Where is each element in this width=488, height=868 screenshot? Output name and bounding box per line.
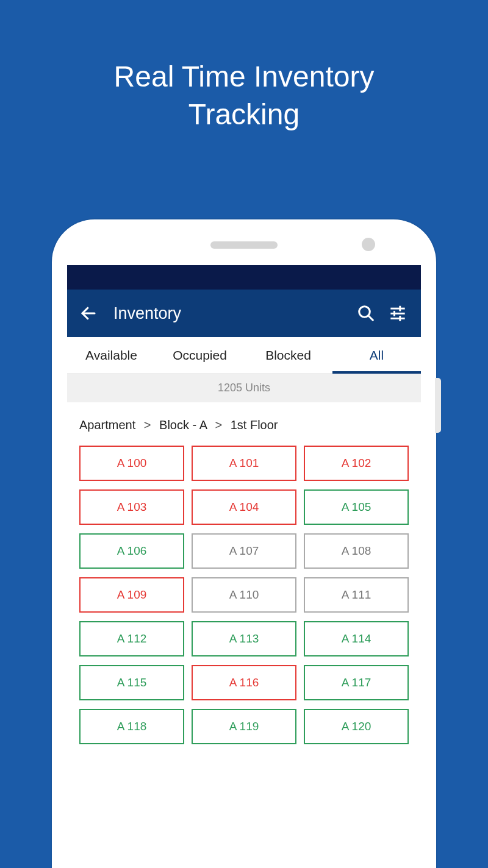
tab-available[interactable]: Available: [67, 337, 156, 373]
chevron-right-icon: >: [144, 418, 151, 432]
unit-cell[interactable]: A 117: [304, 665, 409, 700]
hero-line-2: Tracking: [188, 98, 300, 130]
unit-cell[interactable]: A 112: [79, 621, 184, 656]
hero-line-1: Real Time Inventory: [114, 60, 375, 93]
svg-rect-4: [399, 306, 401, 311]
unit-cell[interactable]: A 102: [304, 446, 409, 481]
chevron-right-icon: >: [215, 418, 222, 432]
unit-cell[interactable]: A 106: [79, 533, 184, 569]
app-header: Inventory: [67, 290, 421, 337]
unit-grid: A 100A 101A 102A 103A 104A 105A 106A 107…: [67, 446, 421, 744]
phone-frame: Inventory AvailableOccupiedBlockedAll: [52, 219, 436, 868]
breadcrumb-level-2[interactable]: Block - A: [159, 418, 207, 432]
phone-camera: [362, 238, 375, 251]
unit-cell[interactable]: A 110: [192, 577, 296, 613]
unit-cell[interactable]: A 113: [192, 621, 296, 656]
unit-cell[interactable]: A 116: [192, 665, 296, 700]
svg-line-2: [368, 316, 373, 321]
hero-title: Real Time Inventory Tracking: [0, 0, 488, 134]
tab-occupied[interactable]: Occupied: [156, 337, 244, 373]
unit-cell[interactable]: A 108: [304, 533, 409, 569]
phone-speaker: [210, 241, 278, 249]
unit-cell[interactable]: A 100: [79, 446, 184, 481]
unit-cell[interactable]: A 119: [192, 709, 296, 744]
svg-rect-8: [399, 316, 401, 321]
breadcrumb-level-3[interactable]: 1st Floor: [231, 418, 278, 432]
unit-cell[interactable]: A 111: [304, 577, 409, 613]
unit-cell[interactable]: A 107: [192, 533, 296, 569]
breadcrumb: Apartment > Block - A > 1st Floor: [67, 402, 421, 446]
unit-cell[interactable]: A 118: [79, 709, 184, 744]
search-button[interactable]: [354, 301, 378, 326]
phone-side-button: [435, 378, 441, 433]
arrow-left-icon: [79, 304, 98, 322]
tab-all[interactable]: All: [332, 337, 421, 373]
unit-cell[interactable]: A 114: [304, 621, 409, 656]
back-button[interactable]: [78, 303, 99, 324]
svg-rect-3: [390, 308, 404, 310]
svg-rect-6: [393, 311, 395, 316]
search-icon: [357, 304, 375, 322]
breadcrumb-level-1[interactable]: Apartment: [79, 418, 135, 432]
tabs: AvailableOccupiedBlockedAll: [67, 337, 421, 374]
unit-cell[interactable]: A 115: [79, 665, 184, 700]
screen: Inventory AvailableOccupiedBlockedAll: [67, 265, 421, 868]
filter-button[interactable]: [386, 301, 410, 326]
svg-rect-5: [390, 313, 404, 315]
unit-count: 1205 Units: [67, 374, 421, 402]
unit-cell[interactable]: A 109: [79, 577, 184, 613]
tune-icon: [389, 305, 406, 322]
unit-cell[interactable]: A 101: [192, 446, 296, 481]
svg-rect-7: [390, 318, 404, 319]
unit-cell[interactable]: A 103: [79, 489, 184, 525]
unit-cell[interactable]: A 104: [192, 489, 296, 525]
page-title: Inventory: [113, 304, 346, 323]
tab-blocked[interactable]: Blocked: [244, 337, 332, 373]
status-bar: [67, 265, 421, 290]
unit-cell[interactable]: A 120: [304, 709, 409, 744]
unit-cell[interactable]: A 105: [304, 489, 409, 525]
